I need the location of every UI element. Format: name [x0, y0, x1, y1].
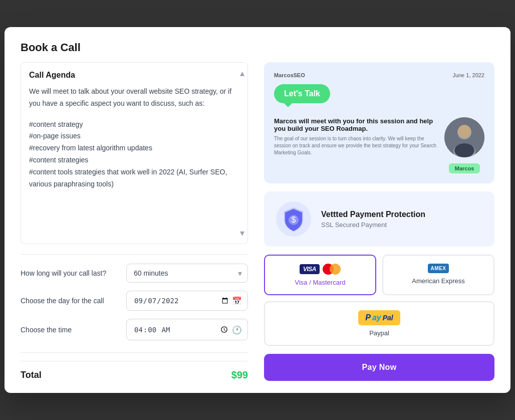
day-row: Choose the day for the call 📅 — [21, 291, 248, 311]
shield-icon: $ — [276, 201, 311, 237]
amex-card[interactable]: AMEX American Express — [382, 255, 494, 295]
duration-label: How long will your call last? — [21, 269, 118, 277]
scroll-up-button[interactable]: ▴ — [238, 67, 246, 80]
modal-title: Book a Call — [21, 41, 494, 54]
paypal-pal-text: Pal — [383, 314, 393, 322]
preview-card: MarcosSEO June 1, 2022 Let's Talk Marcos… — [264, 62, 494, 183]
scroll-down-button[interactable]: ▾ — [238, 227, 246, 240]
preview-goal-text: The goal of our session is to turn chaos… — [274, 135, 438, 156]
avatar — [444, 117, 484, 157]
svg-point-4 — [454, 143, 474, 157]
agenda-section: Call Agenda We will meet to talk about y… — [21, 62, 248, 244]
visa-mc-label: Visa / Mastercard — [295, 279, 346, 286]
modal-header: Book a Call — [5, 27, 510, 62]
scroll-down-icon: ▾ — [240, 228, 244, 238]
meeting-text: Marcos will meet with you for this sessi… — [274, 117, 438, 132]
amex-logo: AMEX — [428, 264, 449, 273]
duration-select[interactable]: 30 minutes 60 minutes 90 minutes — [126, 264, 248, 283]
amex-label: American Express — [412, 277, 464, 285]
preview-brand: MarcosSEO — [274, 72, 305, 78]
pay-now-button[interactable]: Pay Now — [264, 354, 494, 381]
time-input[interactable] — [126, 319, 248, 340]
agenda-scroll-area[interactable]: We will meet to talk about your overall … — [29, 86, 239, 226]
svg-point-3 — [458, 125, 471, 138]
duration-control: 30 minutes 60 minutes 90 minutes ▾ — [126, 264, 248, 283]
paypal-card[interactable]: P ay Pal Paypal — [264, 301, 494, 346]
time-label: Choose the time — [21, 326, 118, 334]
day-input[interactable] — [126, 291, 248, 311]
bubble-text: Let's Talk — [274, 84, 330, 103]
form-section: How long will your call last? 30 minutes… — [21, 264, 248, 340]
svg-text:$: $ — [292, 216, 296, 224]
day-control: 📅 — [126, 291, 248, 311]
visa-mc-icons: VISA — [300, 264, 341, 275]
total-label: Total — [21, 370, 42, 380]
paypal-logo: P ay Pal — [358, 310, 400, 325]
preview-header: MarcosSEO June 1, 2022 — [274, 72, 484, 78]
visa-logo: VISA — [300, 264, 320, 274]
preview-date: June 1, 2022 — [452, 72, 484, 78]
paypal-label: Paypal — [369, 329, 389, 337]
preview-text-area: Marcos will meet with you for this sessi… — [274, 117, 438, 156]
paypal-ay-icon: ay — [372, 313, 381, 322]
amex-icons: AMEX — [428, 264, 449, 273]
modal-overlay: Book a Call Call Agenda We will meet to … — [0, 0, 515, 420]
time-control: 🕐 — [126, 319, 248, 340]
duration-row: How long will your call last? 30 minutes… — [21, 264, 248, 283]
day-label: Choose the day for the call — [21, 297, 118, 305]
agenda-hashtags: #content strategy#on-page issues#recover… — [29, 119, 235, 190]
marcos-badge: Marcos — [449, 163, 480, 173]
meeting-suffix: will meet with you for this session and … — [274, 117, 433, 132]
total-row: Total $99 — [21, 361, 248, 381]
mc-circle-right — [330, 264, 341, 275]
payment-grid: VISA Visa / Mastercard AMEX — [264, 255, 494, 346]
scroll-up-icon: ▴ — [240, 68, 244, 78]
agenda-title: Call Agenda — [29, 71, 239, 80]
left-panel: Call Agenda We will meet to talk about y… — [21, 62, 248, 381]
protection-title: Vettted Payment Protection — [321, 210, 425, 219]
mastercard-logo — [323, 264, 341, 275]
paypal-p-icon: P — [365, 313, 371, 322]
agenda-text: We will meet to talk about your overall … — [29, 86, 235, 110]
preview-host-name: Marcos — [274, 117, 297, 125]
protection-card: $ Vettted Payment Protection SSL Secured… — [264, 191, 494, 247]
time-row: Choose the time 🕐 — [21, 319, 248, 340]
modal-body: Call Agenda We will meet to talk about y… — [5, 62, 510, 393]
protection-text: Vettted Payment Protection SSL Secured P… — [321, 210, 425, 229]
preview-bubble: Let's Talk — [274, 84, 484, 110]
protection-subtitle: SSL Secured Payment — [321, 221, 425, 229]
right-panel: MarcosSEO June 1, 2022 Let's Talk Marcos… — [264, 62, 494, 381]
avatar-column: Marcos — [444, 117, 484, 173]
preview-content: Marcos will meet with you for this sessi… — [274, 117, 484, 173]
total-amount: $99 — [231, 369, 248, 381]
book-call-modal: Book a Call Call Agenda We will meet to … — [5, 27, 510, 393]
visa-mastercard-card[interactable]: VISA Visa / Mastercard — [264, 255, 376, 295]
